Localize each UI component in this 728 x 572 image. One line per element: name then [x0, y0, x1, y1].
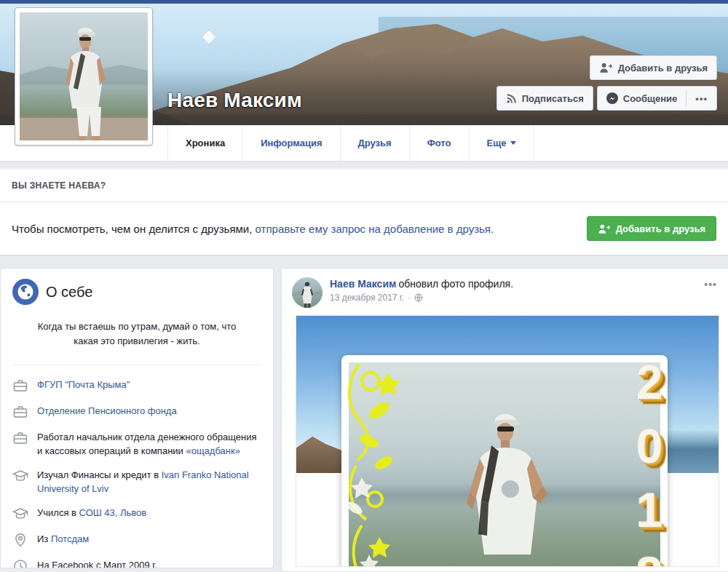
item-text: Изучал Финансы и кредит в [37, 469, 162, 480]
about-item-hometown: Из Потсдам [12, 533, 261, 548]
about-card: О себе Когда ты встаешь по утрам, думай … [0, 268, 274, 568]
tab-photos[interactable]: Фото [410, 125, 470, 161]
post-photo[interactable]: 2 0 1 8 [296, 315, 719, 567]
tab-friends[interactable]: Друзья [341, 125, 410, 161]
tab-more[interactable]: Еще [470, 125, 535, 161]
post-header: Наев Максимобновил фото профиля. 13 дека… [282, 269, 728, 315]
cover-more-button[interactable]: ••• [687, 87, 716, 110]
framed-profile-photo: 2 0 1 8 [341, 355, 668, 567]
education-link[interactable]: СОШ 43, Львов [79, 507, 147, 518]
add-friend-button[interactable]: Добавить в друзья [590, 55, 717, 80]
about-item-work-1: ФГУП "Почта Крыма" [12, 378, 261, 394]
about-item-education-1: Изучал Финансы и кредит в Ivan Franko Na… [12, 469, 261, 496]
add-friend-green-button[interactable]: Добавить в друзья [587, 216, 716, 241]
work-link[interactable]: «ощадбанк» [186, 445, 240, 456]
post-date[interactable]: 13 декабря 2017 г. [330, 293, 404, 303]
year-digit: 1 [624, 486, 675, 534]
tab-about-label: Информация [261, 138, 322, 148]
item-text: Из [37, 533, 51, 544]
add-friend-label: Добавить в друзья [618, 63, 708, 74]
item-text: Учился в [37, 507, 79, 518]
chevron-down-icon [510, 141, 516, 145]
post-more-button[interactable]: ••• [700, 277, 721, 308]
message-label: Сообщение [623, 93, 678, 104]
follow-label: Подписаться [522, 93, 584, 104]
post-author-link[interactable]: Наев Максим [330, 278, 396, 290]
about-divider [12, 365, 261, 365]
work-link[interactable]: Отделение Пенсионного фонда [37, 405, 177, 416]
year-digit: 2 [624, 358, 675, 406]
message-more-group: Сообщение ••• [597, 86, 717, 111]
globe-badge-icon [12, 279, 39, 305]
year-digit: 8 [624, 550, 675, 567]
post-action-text: обновил фото профиля. [398, 278, 513, 290]
man-figure [435, 400, 587, 567]
follow-button[interactable]: Подписаться [496, 86, 593, 111]
banner-body: Чтобы посмотреть, чем он делится с друзь… [0, 202, 728, 255]
about-title: О себе [46, 284, 92, 301]
about-item-education-2: Учился в СОШ 43, Львов [12, 507, 261, 522]
do-you-know-banner: ВЫ ЗНАЕТЕ НАЕВА? Чтобы посмотреть, чем о… [0, 169, 728, 255]
about-header: О себе [12, 279, 261, 305]
banner-text-plain: Чтобы посмотреть, чем он делится с друзь… [12, 223, 256, 235]
banner-title: ВЫ ЗНАЕТЕ НАЕВА? [0, 169, 728, 202]
hometown-link[interactable]: Потсдам [51, 533, 89, 544]
tab-friends-label: Друзья [358, 138, 392, 148]
year-2018-decoration: 2 0 1 8 [624, 358, 675, 567]
dot-separator: · [408, 293, 411, 303]
about-item-joined: На Facebook с Март 2009 г. [12, 559, 261, 568]
work-link[interactable]: ФГУП "Почта Крыма" [37, 379, 130, 390]
year-digit: 0 [624, 422, 675, 470]
message-button[interactable]: Сообщение [598, 87, 687, 110]
about-item-work-2: Отделение Пенсионного фонда [12, 405, 261, 420]
send-friend-request-link[interactable]: отправьте ему запрос на добавление в дру… [256, 223, 494, 235]
graduation-cap-icon [12, 468, 28, 484]
cover-action-row: Подписаться Сообщение ••• [496, 86, 717, 111]
tab-more-label: Еще [487, 138, 507, 148]
tab-photos-label: Фото [427, 138, 451, 148]
location-pin-icon [12, 532, 28, 548]
ellipsis-icon: ••• [695, 93, 708, 104]
briefcase-icon [12, 404, 28, 420]
person-plus-icon [599, 62, 613, 74]
briefcase-icon [12, 378, 28, 394]
messenger-icon [606, 92, 618, 104]
person-plus-icon [598, 223, 611, 234]
floral-decoration [337, 357, 413, 567]
post-card: Наев Максимобновил фото профиля. 13 дека… [281, 268, 728, 572]
follow-rss-icon [506, 93, 517, 104]
green-button-label: Добавить в друзья [616, 223, 705, 234]
tab-timeline-label: Хроника [186, 138, 225, 148]
privacy-globe-icon [414, 293, 423, 302]
clock-icon [12, 558, 28, 568]
graduation-cap-icon [12, 506, 28, 522]
item-text: На Facebook с Март 2009 г. [37, 560, 157, 568]
banner-text: Чтобы посмотреть, чем он делится с друзь… [12, 223, 587, 235]
avatar[interactable] [292, 277, 323, 308]
post-title: Наев Максимобновил фото профиля. [330, 278, 700, 290]
bio-text: Когда ты встаешь по утрам, думай о том, … [33, 319, 241, 349]
post-subtitle: 13 декабря 2017 г. · [330, 293, 700, 303]
post-meta: Наев Максимобновил фото профиля. 13 дека… [330, 277, 700, 308]
profile-picture-image [20, 12, 148, 140]
about-item-work-3: Работал начальник отдела денежного обращ… [12, 431, 261, 458]
briefcase-icon [12, 430, 28, 446]
tab-about[interactable]: Информация [243, 125, 340, 161]
profile-picture[interactable] [15, 7, 153, 146]
facebook-profile-page: Наев Максим Добавить в друзья Подписатьс… [0, 0, 728, 572]
profile-name: Наев Максим [167, 89, 302, 112]
avatar-image [292, 277, 323, 308]
tab-timeline[interactable]: Хроника [167, 125, 243, 161]
